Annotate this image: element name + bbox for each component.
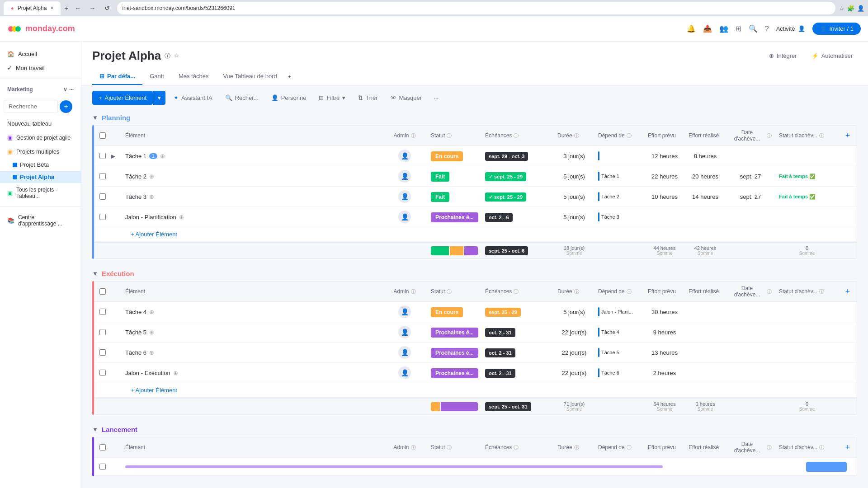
add-element-execution[interactable]: + Ajouter Élément bbox=[125, 383, 183, 397]
masquer-button[interactable]: 👁 Masquer bbox=[386, 92, 427, 104]
profile-icon[interactable]: 👤 bbox=[857, 5, 864, 12]
tab-par-defaut[interactable]: ⊞ Par défa... bbox=[92, 68, 142, 85]
lancement-chevron-icon[interactable]: ▼ bbox=[92, 426, 98, 433]
add-subtask-icon[interactable]: ⊕ bbox=[149, 309, 154, 315]
search-icon[interactable]: 🔍 bbox=[749, 24, 758, 33]
select-all-planning[interactable] bbox=[99, 132, 106, 139]
add-subtask-icon[interactable]: ⊕ bbox=[149, 173, 154, 180]
back-button[interactable]: ← bbox=[72, 2, 85, 14]
notification-icon[interactable]: 🔔 bbox=[687, 24, 696, 33]
sidebar-item-projet-alpha[interactable]: Projet Alpha bbox=[0, 171, 81, 183]
row-checkbox[interactable] bbox=[99, 309, 106, 315]
integrer-button[interactable]: ⊕ Intégrer bbox=[764, 50, 802, 62]
refresh-button[interactable]: ↺ bbox=[101, 2, 113, 14]
toolbar-more-button[interactable]: ··· bbox=[430, 92, 442, 104]
tab-close-icon[interactable]: × bbox=[50, 5, 53, 11]
help-icon[interactable]: ? bbox=[765, 25, 769, 33]
row-checkbox[interactable] bbox=[99, 349, 106, 356]
date-badge[interactable]: oct. 2 - 31 bbox=[485, 348, 515, 357]
people-icon[interactable]: 👥 bbox=[719, 24, 728, 33]
search-add-button[interactable]: + bbox=[60, 100, 72, 113]
execution-chevron-icon[interactable]: ▼ bbox=[92, 270, 98, 277]
tab-add-button[interactable]: + bbox=[284, 69, 295, 84]
sidebar-item-projets-multiples[interactable]: ▣ Projets multiples bbox=[0, 145, 81, 159]
status-badge[interactable]: Prochaines é... bbox=[431, 328, 478, 338]
date-info-icon[interactable]: ⓘ bbox=[767, 132, 772, 139]
sidebar-item-tous-projets[interactable]: ▣ Tous les projets - Tableau... bbox=[0, 183, 81, 203]
date-badge[interactable]: sept. 29 - oct. 3 bbox=[485, 152, 528, 161]
tab-vue-tableau[interactable]: Vue Tableau de bord bbox=[216, 68, 284, 85]
statut-ach-info-icon[interactable]: ⓘ bbox=[819, 132, 824, 139]
sidebar-item-projet-beta[interactable]: Projet Bêta bbox=[0, 159, 81, 171]
add-subtask-icon[interactable]: ⊕ bbox=[179, 214, 184, 221]
activity-button[interactable]: Activité 👤 bbox=[776, 25, 805, 32]
sidebar-item-mon-travail[interactable]: ✓ Mon travail bbox=[0, 61, 81, 75]
status-badge[interactable]: Fait bbox=[431, 172, 449, 182]
date-badge[interactable]: oct. 2 - 31 bbox=[485, 328, 515, 337]
header-check[interactable] bbox=[94, 126, 111, 145]
echeances-info-icon[interactable]: ⓘ bbox=[514, 132, 519, 139]
select-all-execution[interactable] bbox=[99, 288, 106, 295]
exec-add-col[interactable]: + bbox=[839, 282, 857, 301]
date-badge[interactable]: oct. 2 - 6 bbox=[485, 213, 513, 222]
automatiser-button[interactable]: ⚡ Automatiser bbox=[807, 50, 857, 62]
assistant-ia-button[interactable]: ✦ Assistant IA bbox=[169, 92, 217, 104]
date-badge[interactable]: ✓ sept. 25 - 29 bbox=[485, 172, 526, 181]
depend-info-icon[interactable]: ⓘ bbox=[627, 132, 632, 139]
search-input[interactable] bbox=[4, 100, 58, 113]
status-badge[interactable]: En cours bbox=[431, 151, 463, 161]
logo[interactable]: monday.com bbox=[7, 22, 75, 36]
address-bar[interactable]: inet-sandbox.monday.com/boards/523126609… bbox=[117, 2, 835, 14]
row-checkbox[interactable] bbox=[99, 214, 106, 220]
new-tab-icon[interactable]: + bbox=[64, 5, 68, 12]
statut-info-icon[interactable]: ⓘ bbox=[447, 132, 452, 139]
section-more-icon[interactable]: ··· bbox=[69, 86, 74, 93]
sidebar-item-nouveau-tableau[interactable]: Nouveau tableau bbox=[0, 117, 81, 131]
invite-button[interactable]: 👤 Inviter / 1 bbox=[812, 23, 861, 35]
status-badge[interactable]: Prochaines é... bbox=[431, 368, 478, 378]
apps-icon[interactable]: ⊞ bbox=[736, 24, 741, 33]
browser-tab[interactable]: ● Projet Alpha × bbox=[4, 1, 61, 15]
row-checkbox[interactable] bbox=[99, 370, 106, 376]
admin-info-icon[interactable]: ⓘ bbox=[411, 132, 416, 139]
add-subtask-icon[interactable]: ⊕ bbox=[160, 153, 165, 160]
sidebar-item-centre-apprentissage[interactable]: 📚 Centre d'apprentissage ... bbox=[0, 211, 81, 230]
ajouter-element-button[interactable]: + Ajouter Élément bbox=[92, 91, 153, 105]
status-badge[interactable]: En cours bbox=[431, 307, 463, 317]
date-badge[interactable]: sept. 25 - 29 bbox=[485, 308, 521, 317]
section-collapse-icon[interactable]: ∨ bbox=[63, 86, 67, 93]
add-subtask-icon[interactable]: ⊕ bbox=[149, 329, 154, 336]
inbox-icon[interactable]: 📥 bbox=[703, 24, 712, 33]
add-subtask-icon[interactable]: ⊕ bbox=[149, 193, 154, 200]
date-badge[interactable]: ✓ sept. 25 - 29 bbox=[485, 192, 526, 202]
sidebar-item-gestion-projet[interactable]: ▣ Gestion de projet agile bbox=[0, 131, 81, 145]
row-checkbox[interactable] bbox=[99, 153, 106, 159]
info-circle-icon[interactable]: ⓘ bbox=[165, 52, 170, 60]
row-checkbox[interactable] bbox=[99, 329, 106, 335]
filtre-button[interactable]: ⊟ Filtre ▾ bbox=[314, 92, 350, 104]
duree-info-icon[interactable]: ⓘ bbox=[574, 132, 579, 139]
header-add-col[interactable]: + bbox=[839, 126, 857, 145]
add-element-row-exec[interactable]: + Ajouter Élément bbox=[94, 383, 857, 398]
personne-button[interactable]: 👤 Personne bbox=[267, 92, 311, 104]
admin-info-icon2[interactable]: ⓘ bbox=[411, 288, 416, 295]
extension-icon[interactable]: 🧩 bbox=[847, 5, 854, 12]
tab-mes-taches[interactable]: Mes tâches bbox=[171, 68, 216, 85]
sidebar-item-accueil[interactable]: 🏠 Accueil bbox=[0, 47, 81, 61]
star-icon[interactable]: ☆ bbox=[174, 52, 179, 60]
forward-button[interactable]: → bbox=[86, 2, 99, 14]
bookmark-icon[interactable]: ☆ bbox=[839, 5, 844, 12]
add-subtask-icon[interactable]: ⊕ bbox=[173, 370, 178, 376]
status-badge[interactable]: Prochaines é... bbox=[431, 348, 478, 358]
row-checkbox[interactable] bbox=[99, 193, 106, 200]
status-badge[interactable]: Prochaines é... bbox=[431, 212, 478, 222]
date-badge[interactable]: oct. 2 - 31 bbox=[485, 369, 515, 378]
add-element-row[interactable]: + Ajouter Élément bbox=[94, 227, 857, 242]
tab-gantt[interactable]: Gantt bbox=[142, 68, 171, 85]
add-subtask-icon[interactable]: ⊕ bbox=[149, 349, 154, 356]
ajouter-element-dropdown[interactable]: ▾ bbox=[153, 91, 165, 105]
select-all-lancement[interactable] bbox=[99, 444, 106, 450]
rechercher-button[interactable]: 🔍 Recher... bbox=[221, 92, 263, 104]
lancement-add-col[interactable]: + bbox=[839, 437, 857, 457]
status-badge[interactable]: Fait bbox=[431, 192, 449, 202]
